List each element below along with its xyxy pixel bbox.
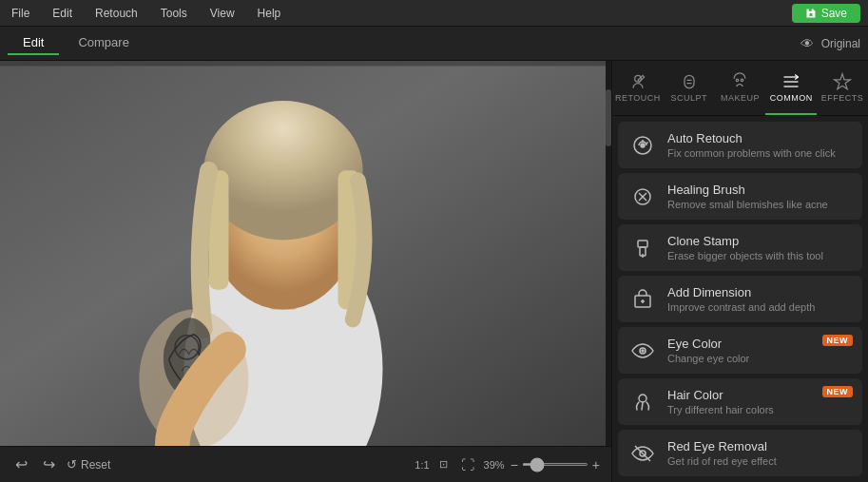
tab-bar: Edit Compare 👁 Original	[0, 27, 868, 61]
canvas-scrollbar[interactable]	[606, 61, 611, 446]
hair-color-icon	[629, 389, 656, 415]
eye-color-desc: Change eye color	[667, 353, 851, 364]
undo-button[interactable]: ↩	[11, 453, 31, 475]
save-icon	[805, 8, 817, 19]
tool-healing-brush[interactable]: Healing Brush Remove small blemishes lik…	[618, 173, 862, 220]
add-dimension-svg	[631, 288, 654, 311]
tab-edit[interactable]: Edit	[8, 31, 59, 55]
canvas-image[interactable]	[0, 61, 611, 446]
zoom-ratio: 1:1	[415, 459, 429, 471]
red-eye-text: Red Eye Removal Get rid of red eye effec…	[667, 439, 851, 467]
effects-label: EFFECTS	[821, 93, 864, 103]
effects-icon	[833, 72, 852, 91]
fullscreen-button[interactable]: ⛶	[457, 455, 478, 474]
zoom-percent: 39%	[484, 459, 505, 471]
tool-hair-color[interactable]: Hair Color Try different hair colors NEW	[618, 378, 862, 425]
tab-retouch[interactable]: RETOUCH	[612, 61, 664, 115]
menu-help[interactable]: Help	[254, 5, 285, 22]
menu-bar: File Edit Retouch Tools View Help Save	[0, 0, 868, 27]
clone-stamp-name: Clone Stamp	[667, 234, 851, 248]
retouch-label: RETOUCH	[615, 93, 661, 103]
zoom-plus[interactable]: +	[592, 457, 600, 472]
auto-retouch-text: Auto Retouch Fix common problems with on…	[667, 131, 851, 159]
tab-makeup[interactable]: MAKEUP	[715, 61, 766, 115]
healing-brush-icon	[629, 183, 656, 210]
auto-retouch-name: Auto Retouch	[667, 131, 851, 145]
hair-color-svg	[631, 391, 654, 414]
fit-button[interactable]: ⊡	[435, 456, 452, 472]
clone-stamp-text: Clone Stamp Erase bigger objects with th…	[667, 234, 851, 261]
menu-view[interactable]: View	[206, 5, 239, 22]
menu-file[interactable]: File	[8, 5, 33, 22]
auto-retouch-desc: Fix common problems with one click	[667, 147, 851, 159]
clone-stamp-desc: Erase bigger objects with this tool	[667, 250, 851, 261]
red-eye-icon	[629, 440, 656, 467]
tab-sculpt[interactable]: SCULPT	[664, 61, 715, 115]
svg-point-17	[737, 79, 740, 82]
svg-point-38	[642, 350, 644, 352]
makeup-icon	[730, 72, 749, 91]
zoom-slider-container: − +	[511, 457, 600, 472]
add-dimension-desc: Improve contrast and add depth	[667, 301, 851, 313]
tool-clone-stamp[interactable]: Clone Stamp Erase bigger objects with th…	[618, 224, 862, 271]
right-tabs: RETOUCH SCULPT MAKEUP	[612, 61, 868, 116]
zoom-slider[interactable]	[522, 463, 588, 466]
svg-point-27	[641, 144, 645, 147]
eye-color-svg	[631, 339, 654, 362]
tool-add-dimension[interactable]: Add Dimension Improve contrast and add d…	[618, 276, 862, 322]
menu-tools[interactable]: Tools	[157, 5, 191, 22]
clone-stamp-svg	[631, 237, 654, 260]
tool-eye-color[interactable]: Eye Color Change eye color NEW	[618, 327, 862, 374]
makeup-label: MAKEUP	[721, 93, 760, 103]
menu-edit[interactable]: Edit	[48, 5, 76, 22]
auto-retouch-icon	[629, 132, 656, 159]
tool-red-eye[interactable]: Red Eye Removal Get rid of red eye effec…	[618, 430, 862, 476]
healing-brush-text: Healing Brush Remove small blemishes lik…	[667, 183, 851, 210]
tools-list: Auto Retouch Fix common problems with on…	[612, 116, 868, 482]
redo-button[interactable]: ↪	[39, 453, 59, 475]
common-label: COMMON	[770, 93, 813, 103]
tab-compare[interactable]: Compare	[63, 31, 144, 55]
svg-rect-16	[685, 75, 694, 87]
scrollbar-thumb[interactable]	[606, 89, 611, 146]
original-label: Original	[821, 37, 860, 50]
svg-point-39	[639, 395, 646, 402]
tab-effects[interactable]: EFFECTS	[817, 61, 868, 115]
add-dimension-text: Add Dimension Improve contrast and add d…	[667, 285, 851, 313]
photo-svg	[0, 61, 611, 446]
svg-rect-31	[638, 241, 647, 247]
save-button[interactable]: Save	[792, 4, 860, 23]
eye-color-badge: NEW	[822, 335, 854, 346]
healing-brush-desc: Remove small blemishes like acne	[667, 199, 851, 210]
svg-point-18	[742, 79, 744, 82]
auto-retouch-svg	[631, 134, 654, 157]
healing-brush-name: Healing Brush	[667, 183, 851, 197]
eye-icon[interactable]: 👁	[800, 36, 814, 51]
bottom-right-controls: 1:1 ⊡ ⛶ 39% − +	[415, 455, 600, 474]
svg-rect-13	[0, 61, 611, 66]
clone-stamp-icon	[629, 235, 656, 261]
healing-brush-svg	[631, 185, 654, 208]
main-area: ↩ ↪ ↺ Reset 1:1 ⊡ ⛶ 39% − +	[0, 61, 868, 482]
bottom-bar: ↩ ↪ ↺ Reset 1:1 ⊡ ⛶ 39% − +	[0, 446, 611, 482]
red-eye-desc: Get rid of red eye effect	[667, 455, 851, 467]
hair-color-badge: NEW	[822, 386, 854, 397]
eye-color-icon	[629, 337, 656, 364]
menu-retouch[interactable]: Retouch	[91, 5, 142, 22]
zoom-minus[interactable]: −	[511, 457, 518, 472]
svg-line-26	[646, 142, 648, 144]
hair-color-desc: Try different hair colors	[667, 404, 851, 415]
add-dimension-icon	[629, 286, 656, 313]
sculpt-icon	[680, 72, 699, 91]
sculpt-label: SCULPT	[670, 93, 707, 103]
canvas-area: ↩ ↪ ↺ Reset 1:1 ⊡ ⛶ 39% − +	[0, 61, 611, 482]
view-controls: 👁 Original	[800, 36, 860, 51]
reset-button[interactable]: ↺ Reset	[67, 457, 110, 472]
common-icon	[781, 72, 800, 91]
tool-auto-retouch[interactable]: Auto Retouch Fix common problems with on…	[618, 122, 862, 168]
tab-common[interactable]: COMMON	[765, 61, 817, 115]
right-panel: RETOUCH SCULPT MAKEUP	[611, 61, 868, 482]
red-eye-svg	[631, 442, 654, 465]
retouch-icon	[628, 72, 647, 91]
red-eye-name: Red Eye Removal	[667, 439, 851, 453]
